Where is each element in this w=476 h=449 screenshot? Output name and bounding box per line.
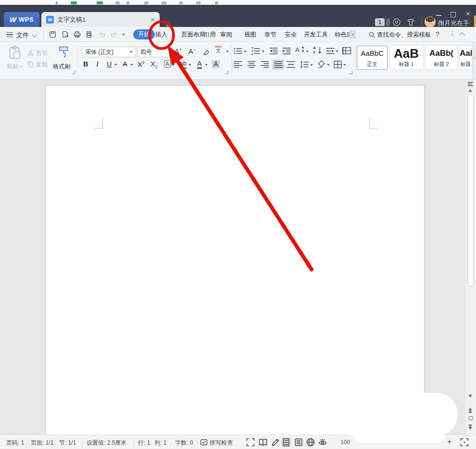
web-view-icon[interactable] (306, 437, 315, 447)
quickbar-dropdown-icon[interactable] (122, 34, 125, 36)
paste-dropdown-icon[interactable] (20, 66, 23, 68)
status-section[interactable]: 节: 1/1 (59, 439, 76, 447)
underline-button[interactable]: U (107, 60, 112, 68)
document-canvas[interactable] (0, 79, 476, 435)
outline-view-icon[interactable] (294, 437, 303, 447)
paste-label[interactable]: 粘贴 (7, 63, 18, 71)
decrease-indent-button[interactable] (269, 47, 278, 55)
highlight-dropdown-icon[interactable] (188, 64, 191, 66)
align-center-button[interactable] (247, 61, 256, 68)
tab-insert[interactable]: 插入 (155, 31, 167, 39)
paragraph-dialog-launcher[interactable] (349, 71, 352, 74)
justify-button-selected[interactable] (272, 59, 284, 70)
bullets-dropdown-icon[interactable] (244, 51, 247, 52)
previous-page-icon2[interactable] (468, 410, 472, 413)
font-size-select[interactable]: 四号 (137, 47, 170, 57)
numbering-dropdown-icon[interactable] (262, 51, 264, 52)
character-border-button[interactable]: A (164, 60, 171, 68)
scroll-down-icon[interactable] (468, 395, 472, 398)
font-color-button[interactable]: A (197, 60, 202, 69)
help-button[interactable]: ? (436, 30, 439, 38)
document-page[interactable] (46, 86, 424, 435)
status-page-count[interactable]: 页面: 1/1 (31, 439, 53, 447)
skin-shirt-icon[interactable] (406, 18, 415, 26)
tab-page-layout[interactable]: 页面布局 (181, 31, 205, 39)
line-spacing-dropdown-icon[interactable] (310, 64, 313, 66)
maximize-button[interactable] (451, 12, 456, 17)
shading-button[interactable] (317, 60, 326, 69)
borders-dropdown-icon[interactable] (343, 64, 346, 66)
docer-icon[interactable] (392, 18, 401, 26)
page-view-icon-selected[interactable] (281, 437, 291, 447)
redo-button[interactable] (110, 30, 118, 38)
status-word-count[interactable]: 字数: 0 (175, 439, 193, 447)
copy-label[interactable]: 复制 (36, 61, 48, 69)
styles-gallery-scroll[interactable]: › (472, 42, 476, 79)
spellcheck-label[interactable]: 拼写检查 (210, 439, 233, 447)
edit-pen-icon[interactable] (271, 437, 280, 447)
superscript-button[interactable]: X2 (138, 60, 145, 68)
format-painter-label[interactable]: 格式刷 (53, 63, 70, 71)
font-color-dropdown-icon[interactable] (205, 64, 208, 66)
close-window-button[interactable]: × (466, 11, 470, 17)
wps-menu-button[interactable]: W WPS (4, 12, 39, 27)
bold-button[interactable]: B (83, 60, 88, 68)
increase-indent-button[interactable] (282, 47, 291, 55)
status-margin-setting[interactable]: 设置值: 2.5厘米 (87, 439, 126, 447)
tab-dev-tools[interactable]: 开发工具 (304, 31, 328, 39)
scroll-up-icon[interactable] (468, 89, 472, 92)
format-painter-icon[interactable] (57, 45, 70, 59)
sort-button[interactable]: A Z (313, 46, 316, 54)
minimize-button[interactable] (436, 15, 441, 16)
open-docs-badge[interactable]: 1 (375, 18, 385, 26)
paragraph-layout-button[interactable] (326, 47, 335, 55)
style-heading1[interactable]: AaB 标题 1 (389, 46, 424, 70)
align-left-button[interactable] (234, 61, 242, 68)
text-direction-dropdown-icon[interactable] (306, 51, 309, 52)
phonetic-guide-button[interactable]: wén 文 (215, 44, 222, 53)
book-view-icon[interactable] (258, 437, 268, 447)
user-avatar[interactable] (425, 16, 436, 27)
decrease-font-button[interactable]: A− (188, 47, 196, 55)
status-page-number[interactable]: 页码: 1 (6, 439, 24, 447)
next-page-icon2[interactable] (468, 427, 472, 430)
clipboard-dialog-launcher[interactable] (72, 71, 75, 74)
tab-close-icon[interactable]: × (150, 15, 155, 24)
tab-view[interactable]: 视图 (244, 31, 256, 39)
tab-references[interactable]: 引用 (204, 31, 216, 39)
text-direction-button[interactable]: A (295, 46, 300, 53)
fit-page-icon[interactable] (460, 437, 469, 447)
borders-button[interactable] (334, 61, 342, 68)
export-pdf-button[interactable] (61, 30, 69, 38)
style-heading3-clipped[interactable]: Aal 标题 (459, 46, 472, 70)
char-shading-button[interactable]: A (212, 60, 220, 68)
spellcheck-icon[interactable] (200, 438, 208, 446)
cut-icon[interactable] (27, 49, 34, 56)
italic-button[interactable]: I (96, 60, 99, 68)
search-input[interactable]: 查找命令、搜索模板 (377, 31, 431, 39)
select-browse-object-icon[interactable] (469, 416, 473, 420)
zoom-value[interactable]: 100 (340, 439, 350, 446)
strikethrough-dropdown-icon[interactable] (130, 64, 133, 66)
eye-protect-icon[interactable] (318, 437, 327, 447)
undo-button[interactable] (98, 30, 106, 38)
highlight-button[interactable]: ab (180, 60, 187, 69)
phonetic-dropdown-icon[interactable] (226, 51, 229, 52)
copy-icon[interactable] (27, 61, 34, 68)
align-right-button[interactable] (261, 61, 269, 68)
status-line[interactable]: 行: 1 (138, 439, 150, 447)
character-border-dropdown-icon[interactable] (172, 64, 175, 66)
distribute-button[interactable] (287, 61, 295, 68)
tab-home[interactable]: 开始 (133, 29, 155, 39)
tab-review[interactable]: 审阅 (220, 31, 232, 39)
chevron-down-icon[interactable] (32, 32, 37, 37)
tab-security[interactable]: 安全 (285, 31, 297, 39)
file-menu[interactable]: 文件 (16, 31, 29, 39)
vertical-scrollbar[interactable] (465, 79, 476, 435)
line-spacing-button[interactable] (300, 61, 309, 68)
print-preview-button[interactable] (85, 30, 93, 38)
style-normal[interactable]: AaBbC 正文 (357, 46, 388, 70)
strikethrough-button[interactable]: A (123, 60, 127, 68)
save-button[interactable] (49, 30, 57, 38)
scrollbar-thumb[interactable] (467, 94, 474, 287)
